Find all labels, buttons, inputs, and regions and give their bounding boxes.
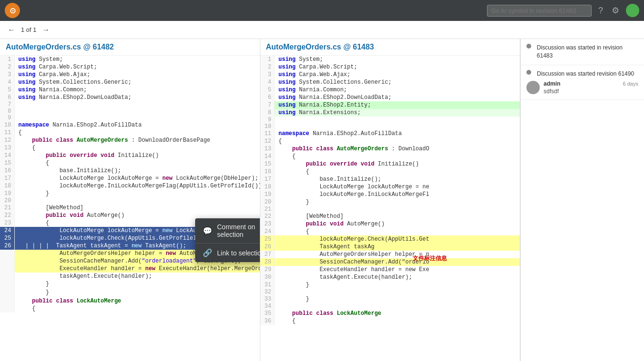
table-row: 15 { [0,159,260,167]
table-row: 7 [0,101,260,108]
table-row: } [0,289,260,296]
table-row: } [0,280,260,288]
table-row: taskAgent.Execute(handler); [0,273,260,280]
table-row: 18 LockAutoMerge lockAutoMerge = ne [260,183,520,191]
table-row: { [0,305,260,312]
navbar: ← 1 of 1 → [0,21,644,39]
avatar [626,4,639,17]
table-row: 16 base.Initialize(); [0,167,260,175]
symbol-search-input[interactable] [487,5,592,17]
context-menu: 💬 Comment on selection 🔗 Link to selecti… [195,218,260,262]
table-row: 36 { [260,317,520,325]
table-row: 24 { [260,228,520,235]
right-code-table: 1using System; 2using Carpa.Web.Script; … [260,56,520,325]
prev-arrow[interactable]: ← [6,25,17,35]
table-row: 5using Narnia.Common; [0,86,260,94]
main-content: AutoMergeOrders.cs @ 61482 1using System… [0,39,644,361]
discussion-dot-2 [526,70,531,75]
comment-icon: 💬 [203,226,212,235]
left-code-body: 1using System; 2using Carpa.Web.Script; … [0,56,260,361]
table-row: 10 [260,123,520,130]
table-row: 8using Narnia.Extensions; [260,109,520,117]
table-row: 20 [0,197,260,204]
table-row: 8 [0,108,260,115]
table-row: 29 ExecuteHandler handler = new Exe [260,266,520,273]
table-row: 34 [260,303,520,310]
discussion-avatar [526,81,540,94]
comment-on-selection-label: Comment on selection [217,223,260,238]
comment-on-selection-item[interactable]: 💬 Comment on selection [195,218,260,244]
table-row: 20 } [260,198,520,206]
table-row: 4using System.Collections.Generic; [260,78,520,86]
table-row: 21 [WebMethod] [0,204,260,212]
table-row: 17 LockAutoMerge lockAutoMerge = new Loc… [0,175,260,182]
table-row: 19 } [0,190,260,197]
table-row: 21 [260,206,520,213]
table-row: public class LockAutoMerge [0,297,260,305]
table-row: 13 public class AutoMergeOrders : Downlo… [260,145,520,153]
table-row: 10namespace Narnia.EShop2.AutoFillData [0,121,260,129]
link-to-selection-label: Link to selection [217,249,260,257]
nav-counter: 1 of 1 [21,26,37,33]
table-row: 12{ [260,137,520,145]
help-icon[interactable]: ? [596,4,605,18]
table-row: 31 } [260,281,520,289]
table-row: 35 public class LockAutoMerge [260,310,520,317]
table-row: 14 { [260,153,520,160]
table-row: 6using Narnia.EShop2.DownLoadData; [0,94,260,101]
right-panel-title: AutoMergeOrders.cs @ 61483 [260,39,520,56]
table-row: 1using System; [260,56,520,63]
discussion-panel: Discussion was started in revision 61483… [520,39,644,361]
table-row: 27 AutoMergeOrdersHelper helper = n [260,251,520,258]
right-code-panel: AutoMergeOrders.cs @ 61483 1using System… [260,39,521,361]
table-row: 6using Narnia.EShop2.DownLoadData; [260,94,520,101]
discussion-text-1: Discussion was started in revision 61483 [537,44,638,60]
topbar: ⊙ ? ⚙ [0,0,644,21]
next-arrow[interactable]: → [40,25,52,35]
table-row: 30 taskAgent.Execute(handler); [260,273,520,281]
discussion-time: 6 days [623,81,638,87]
discussion-item-2: Discussion was started revision 61490 ad… [521,65,644,100]
table-row: 23 public void AutoMerge() [260,220,520,228]
link-icon: 🔗 [203,248,212,257]
table-row: 33 } [260,295,520,303]
table-row: ExecuteHandler handler = new ExecuteHand… [0,265,260,273]
table-row: 18 lockAutoMerge.IniLockAutoMergeFlag(Ap… [0,182,260,190]
table-row: 14 public override void Initialize() [0,152,260,159]
left-panel-title: AutoMergeOrders.cs @ 61482 [0,39,260,56]
table-row: 3using Carpa.Web.Ajax; [260,71,520,78]
table-row: 26 TaskAgent taskAg [260,243,520,251]
discussion-text-2: Discussion was started revision 61490 [537,70,634,78]
file-annotation-label: 文件标注信息 [413,254,447,263]
table-row: 2using Carpa.Web.Script; [0,63,260,71]
table-row: 7using Narnia.EShop2.Entity; [260,101,520,109]
table-row: 11{ [0,129,260,137]
discussion-dot-1 [526,44,531,49]
right-code-body: 1using System; 2using Carpa.Web.Script; … [260,56,520,361]
discussion-comment: sdfsdf [544,88,638,95]
table-row: 12 public class AutoMergeOrders : Downlo… [0,137,260,144]
table-row: 13 { [0,144,260,152]
table-row: 5using Narnia.Common; [260,86,520,94]
table-row: 9 [0,115,260,121]
table-row: 4using System.Collections.Generic; [0,78,260,86]
table-row: 22 [WebMethod] [260,213,520,220]
discussion-username: admin [544,80,560,87]
table-row: 25 lockAutoMerge.Check(AppUtils.Get [260,235,520,243]
left-code-table: 1using System; 2using Carpa.Web.Script; … [0,56,260,312]
table-row: 19 lockAutoMerge.IniLockAutoMergeFl [260,191,520,198]
table-row: 28 SessionCacheManager.Add("orderlo [260,258,520,266]
table-row: 3using Carpa.Web.Ajax; [0,71,260,78]
table-row: 15 public override void Initialize() [260,160,520,168]
table-row: 9 [260,117,520,123]
link-to-selection-item[interactable]: 🔗 Link to selection [195,244,260,262]
table-row: 16 { [260,168,520,176]
table-row: 1using System; [0,56,260,63]
left-code-panel: AutoMergeOrders.cs @ 61482 1using System… [0,39,260,361]
discussion-item-1: Discussion was started in revision 61483 [521,39,644,65]
logo-icon: ⊙ [5,3,20,18]
settings-icon[interactable]: ⚙ [610,3,621,18]
table-row: 32 [260,289,520,295]
table-row: 2using Carpa.Web.Script; [260,63,520,71]
table-row: 11namespace Narnia.EShop2.AutoFillData [260,130,520,137]
